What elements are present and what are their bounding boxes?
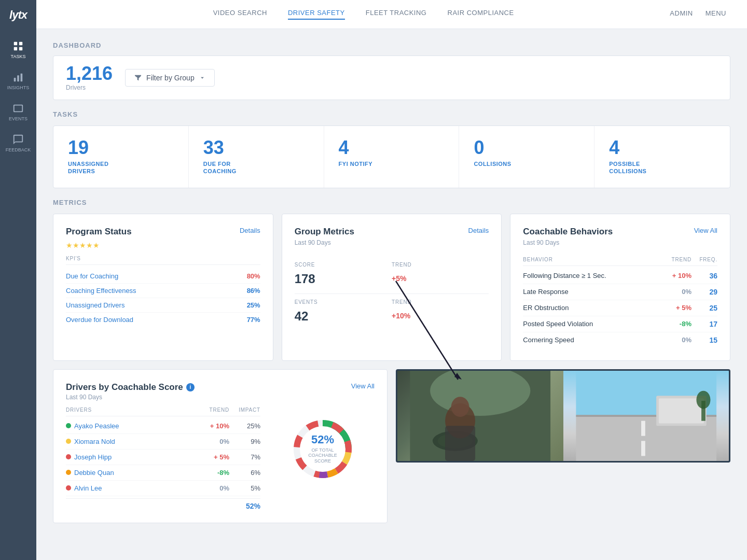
task-unassigned-drivers[interactable]: 19 UNASSIGNEDDRIVERS xyxy=(53,126,189,188)
cb-header-behavior: BEHAVIOR xyxy=(523,257,660,262)
task-fyi-notify[interactable]: 4 FYI NOTIFY xyxy=(324,126,460,188)
drivers-view-all[interactable]: View All xyxy=(351,382,375,390)
kpi-unassigned-name[interactable]: Unassigned Drivers xyxy=(66,301,125,309)
top-nav: VIDEO SEARCH DRIVER SAFETY FLEET TRACKIN… xyxy=(36,0,747,29)
cb-header-trend: TREND xyxy=(660,257,691,262)
drivers-coachable-title: Drivers by Coachable Score i xyxy=(66,382,195,393)
cb-trend-2: + 5% xyxy=(660,304,691,312)
d-impact-3: 6% xyxy=(229,469,260,477)
task-collisions-num: 0 xyxy=(474,138,579,157)
cb-trend-0: + 10% xyxy=(660,272,691,279)
svg-rect-2 xyxy=(14,47,17,50)
total-val: 52% xyxy=(246,502,260,510)
gm-events-trend-label: TREND xyxy=(392,299,489,305)
cb-freq-4: 15 xyxy=(691,336,717,344)
group-metrics-details[interactable]: Details xyxy=(468,227,489,234)
d-row-1: Xiomara Nold 0% 9% xyxy=(66,434,260,450)
chart-icon xyxy=(12,72,24,83)
video-section xyxy=(396,369,730,523)
gm-events-label: EVENTS xyxy=(295,299,392,305)
task-unassigned-num: 19 xyxy=(68,138,174,157)
d-impact-2: 7% xyxy=(229,453,260,461)
cb-freq-3: 17 xyxy=(691,320,717,328)
kpi-overdue-val: 77% xyxy=(247,316,260,324)
exterior-view-svg xyxy=(563,371,729,461)
sidebar-item-insights[interactable]: INSIGHTS xyxy=(0,65,36,96)
d-name-1[interactable]: Xiomara Nold xyxy=(74,438,115,445)
info-icon: i xyxy=(186,383,195,391)
chevron-down-icon xyxy=(199,74,206,81)
kpi-coaching-val: 80% xyxy=(247,272,260,280)
svg-point-30 xyxy=(696,390,710,409)
grid-icon xyxy=(12,40,24,52)
kpi-row-effectiveness: Coaching Effectiveness 86% xyxy=(66,284,260,298)
nav-rair-compliance[interactable]: RAIR COMPLIANCE xyxy=(448,9,514,20)
sidebar: lytx TASKS INSIGHTS EVENTS FEEDBACK xyxy=(0,0,36,560)
cb-trend-1: 0% xyxy=(660,288,691,296)
svg-rect-21 xyxy=(445,426,475,461)
cam-interior xyxy=(397,371,563,461)
cb-subtitle: Last 90 Days xyxy=(523,239,613,246)
gm-events-section: EVENTS 42 TREND +10% xyxy=(295,294,489,331)
events-icon xyxy=(12,103,24,114)
task-fyi-label: FYI NOTIFY xyxy=(339,160,445,167)
drivers-coachable-subtitle: Last 90 Days xyxy=(66,394,195,401)
kpi-effectiveness-val: 86% xyxy=(247,287,260,295)
d-name-4[interactable]: Alvin Lee xyxy=(74,484,102,492)
video-card[interactable] xyxy=(396,369,730,463)
nav-driver-safety[interactable]: DRIVER SAFETY xyxy=(288,9,345,20)
cb-title: Coachable Behaviors xyxy=(523,227,613,237)
kpi-coaching-name[interactable]: Due for Coaching xyxy=(66,272,118,280)
task-due-coaching[interactable]: 33 DUE FORCOACHING xyxy=(189,126,324,188)
task-collisions[interactable]: 0 COLLISIONS xyxy=(459,126,594,188)
group-metrics-card: Group Metrics Last 90 Days Details SCORE… xyxy=(282,214,502,361)
driver-count-number: 1,216 xyxy=(66,64,113,83)
nav-admin[interactable]: ADMIN xyxy=(670,9,693,19)
filter-by-group-button[interactable]: Filter by Group xyxy=(125,69,215,87)
task-possible-label: POSSIBLECOLLISIONS xyxy=(609,160,715,175)
driver-count: 1,216 Drivers xyxy=(66,64,113,91)
sidebar-item-tasks[interactable]: TASKS xyxy=(0,34,36,65)
gm-score-section: SCORE 178 TREND +5% xyxy=(295,257,489,294)
cb-row-2: ER Obstruction + 5% 25 xyxy=(523,300,717,316)
cb-row-3: Posted Speed Violation -8% 17 xyxy=(523,316,717,332)
d-name-2[interactable]: Joseph Hipp xyxy=(74,453,112,461)
donut-sublabel: OF TOTALCOACHABLESCORE xyxy=(308,447,337,464)
donut-pct: 52% xyxy=(308,433,337,445)
d-row-2: Joseph Hipp + 5% 7% xyxy=(66,450,260,465)
nav-menu[interactable]: MENU xyxy=(706,9,726,19)
cb-table-header: BEHAVIOR TREND FREQ. xyxy=(523,257,717,266)
kpi-effectiveness-name[interactable]: Coaching Effectiveness xyxy=(66,287,136,295)
total-row: 52% xyxy=(66,498,260,510)
task-possible-collisions[interactable]: 4 POSSIBLECOLLISIONS xyxy=(594,126,730,188)
nav-fleet-tracking[interactable]: FLEET TRACKING xyxy=(366,9,427,20)
gm-score-value: 178 xyxy=(295,272,392,286)
gm-score-trend: +5% xyxy=(392,272,489,284)
sidebar-item-feedback[interactable]: FEEDBACK xyxy=(0,128,36,159)
cb-behavior-2: ER Obstruction xyxy=(523,304,660,312)
kpi-overdue-name[interactable]: Overdue for Download xyxy=(66,316,133,324)
cb-view-all[interactable]: View All xyxy=(694,227,717,234)
svg-rect-6 xyxy=(21,74,23,82)
d-table-header: DRIVERS TREND IMPACT xyxy=(66,407,260,416)
program-stars: ★★★★★ xyxy=(66,241,260,249)
cb-behavior-3: Posted Speed Violation xyxy=(523,320,660,328)
group-metrics-title: Group Metrics xyxy=(295,227,354,237)
nav-right: ADMIN MENU xyxy=(670,9,726,19)
program-status-details[interactable]: Details xyxy=(240,227,260,234)
task-coaching-num: 33 xyxy=(203,138,309,157)
nav-video-search[interactable]: VIDEO SEARCH xyxy=(213,9,267,20)
svg-rect-5 xyxy=(17,75,19,81)
metrics-section-title: METRICS xyxy=(53,199,730,206)
d-name-3[interactable]: Debbie Quan xyxy=(74,469,114,477)
svg-rect-4 xyxy=(14,78,16,81)
program-status-card: Program Status Details ★★★★★ KPI'S Due f… xyxy=(53,214,273,361)
sidebar-item-events[interactable]: EVENTS xyxy=(0,96,36,128)
gm-events-trend-val: +10% xyxy=(392,312,410,320)
driver-bar: 1,216 Drivers Filter by Group xyxy=(53,55,730,100)
d-impact-1: 9% xyxy=(229,438,260,445)
d-dot-1 xyxy=(66,439,71,444)
d-name-0[interactable]: Ayako Peaslee xyxy=(74,422,119,430)
task-coaching-label: DUE FORCOACHING xyxy=(203,160,309,175)
kpi-label: KPI'S xyxy=(66,256,260,265)
